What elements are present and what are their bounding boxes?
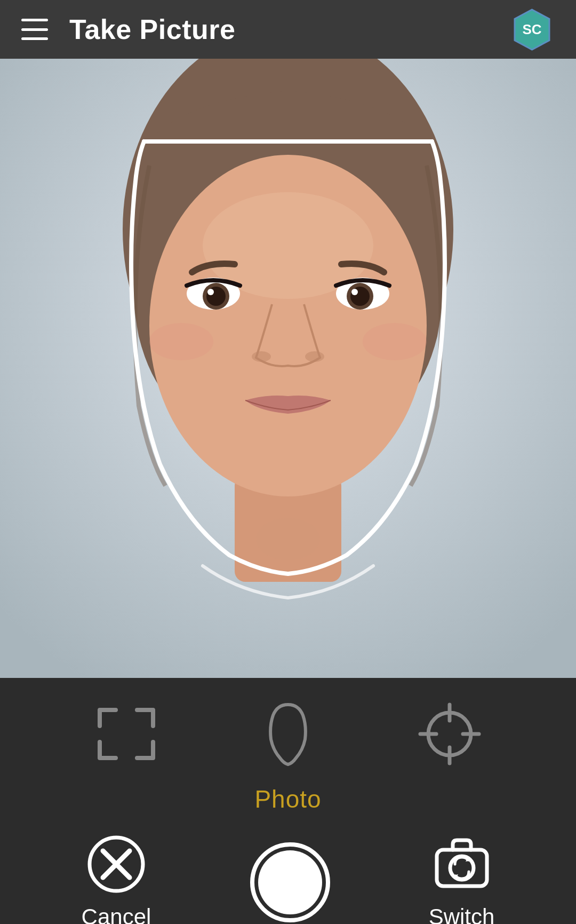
action-row: Cancel Switch bbox=[0, 835, 576, 924]
header: Take Picture SC bbox=[0, 0, 576, 59]
crosshair-button[interactable] bbox=[418, 702, 482, 766]
switch-label: Switch bbox=[429, 904, 495, 924]
svg-point-17 bbox=[305, 351, 324, 362]
svg-point-16 bbox=[252, 351, 271, 362]
cancel-icon bbox=[87, 835, 146, 894]
avatar[interactable]: SC bbox=[509, 7, 555, 52]
camera-viewport bbox=[0, 59, 576, 678]
switch-button[interactable]: Switch bbox=[429, 835, 495, 924]
svg-text:SC: SC bbox=[522, 21, 541, 37]
shutter-button-inner bbox=[258, 850, 322, 914]
svg-point-18 bbox=[149, 323, 213, 360]
switch-camera-icon bbox=[433, 835, 491, 894]
avatar-icon: SC bbox=[509, 7, 555, 52]
frame-corners-icon bbox=[94, 705, 158, 763]
shutter-button-outer[interactable] bbox=[250, 842, 330, 922]
svg-point-20 bbox=[256, 518, 320, 560]
page-title: Take Picture bbox=[69, 13, 235, 45]
icon-row bbox=[0, 699, 576, 769]
cancel-label: Cancel bbox=[82, 904, 151, 924]
menu-icon[interactable] bbox=[21, 19, 48, 40]
mode-label[interactable]: Photo bbox=[254, 785, 321, 814]
controls-bar: Photo Cancel bbox=[0, 678, 576, 924]
shutter-button[interactable] bbox=[250, 842, 330, 922]
svg-point-19 bbox=[363, 323, 427, 360]
face-mode-button[interactable] bbox=[261, 699, 315, 769]
crosshair-icon bbox=[418, 702, 482, 766]
svg-point-15 bbox=[351, 289, 358, 295]
svg-point-11 bbox=[207, 289, 214, 295]
frame-corners-button[interactable] bbox=[94, 705, 158, 763]
face-silhouette-icon bbox=[261, 699, 315, 769]
cancel-button[interactable]: Cancel bbox=[82, 835, 151, 924]
face-illustration bbox=[0, 59, 576, 678]
